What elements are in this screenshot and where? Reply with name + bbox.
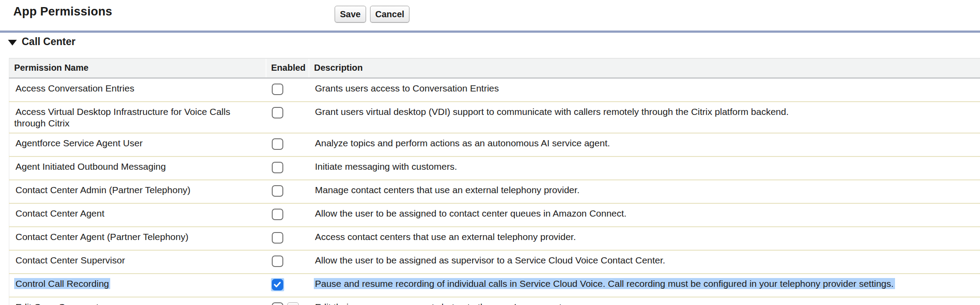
- enabled-cell: [266, 227, 309, 250]
- permission-description: Analyze topics and perform actions as an…: [314, 137, 612, 149]
- permission-name-cell: Access Conversation Entries: [9, 78, 266, 102]
- permission-name: Contact Center Agent (Partner Telephony): [14, 231, 190, 242]
- enabled-checkbox[interactable]: [272, 255, 283, 267]
- enabled-cell: [266, 133, 309, 156]
- permission-name-cell: Agent Initiated Outbound Messaging: [9, 156, 266, 180]
- permission-row: Contact Center Agent Allow the user to b…: [9, 203, 980, 227]
- section-divider-bar: [0, 30, 980, 33]
- checkbox-wrap: [271, 161, 284, 174]
- permissions-table-body: Access Conversation Entries Grants users…: [9, 78, 980, 305]
- enabled-cell: i: [266, 297, 309, 305]
- permission-description-cell: Manage contact centers that use an exter…: [309, 180, 980, 203]
- action-buttons: Save Cancel: [335, 6, 409, 23]
- permission-description: Grants users access to Conversation Entr…: [314, 83, 501, 94]
- permission-description: Grant users virtual desktop (VDI) suppor…: [314, 106, 790, 117]
- app-permissions-page: App Permissions Save Cancel Call Center …: [0, 0, 980, 305]
- cancel-button[interactable]: Cancel: [370, 6, 410, 23]
- permission-name: Agentforce Service Agent User: [14, 137, 144, 149]
- permission-name: Contact Center Admin (Partner Telephony): [14, 184, 192, 195]
- checkbox-wrap: [271, 106, 284, 119]
- permission-name: Access Virtual Desktop Infrastructure fo…: [14, 106, 230, 129]
- section-title: Call Center: [22, 36, 75, 48]
- enabled-checkbox[interactable]: [272, 232, 283, 244]
- permission-description-cell: Pause and resume recording of individual…: [309, 274, 980, 297]
- permission-name-cell: Agentforce Service Agent User: [9, 133, 266, 156]
- triangle-down-icon[interactable]: [8, 40, 17, 46]
- permission-description: Allow the user to be assigned to contact…: [314, 208, 628, 219]
- permission-name: Agent Initiated Outbound Messaging: [14, 161, 167, 172]
- permission-row: Access Virtual Desktop Infrastructure fo…: [9, 102, 980, 133]
- permission-description-cell: Analyze topics and perform actions as an…: [309, 133, 980, 156]
- permission-description: Allow the user to be assigned as supervi…: [314, 255, 667, 266]
- enabled-checkbox[interactable]: [272, 162, 283, 173]
- section-header-call-center[interactable]: Call Center: [8, 36, 75, 48]
- permission-description-cell: Allow the user to be assigned to contact…: [309, 203, 980, 227]
- info-icon-button[interactable]: i: [287, 302, 299, 305]
- column-header-permission-name: Permission Name: [9, 58, 266, 78]
- enabled-cell: [266, 78, 309, 102]
- permission-row: Edit Case Comments i Edit their own case…: [9, 297, 980, 305]
- permission-name-cell: Edit Case Comments: [9, 297, 266, 305]
- enabled-checkbox[interactable]: [272, 302, 283, 305]
- enabled-cell: [266, 180, 309, 203]
- checkbox-wrap: [271, 208, 284, 221]
- permission-description-cell: Grant users virtual desktop (VDI) suppor…: [309, 102, 980, 133]
- permission-name-cell: Contact Center Agent (Partner Telephony): [9, 227, 266, 250]
- permission-name: Control Call Recording: [14, 278, 110, 289]
- permission-description-cell: Allow the user to be assigned as supervi…: [309, 250, 980, 274]
- enabled-cell: [266, 274, 309, 297]
- permission-row: Contact Center Admin (Partner Telephony)…: [9, 180, 980, 203]
- permission-description-cell: Edit their own case comments but not oth…: [309, 297, 980, 305]
- page-title: App Permissions: [13, 5, 112, 19]
- permission-description-cell: Initiate messaging with customers.: [309, 156, 980, 180]
- permission-description: Manage contact centers that use an exter…: [314, 184, 581, 195]
- permission-name-cell: Contact Center Admin (Partner Telephony): [9, 180, 266, 203]
- checkbox-wrap: [271, 301, 284, 305]
- permission-name: Access Conversation Entries: [14, 83, 135, 94]
- permission-row: Contact Center Supervisor Allow the user…: [9, 250, 980, 274]
- permission-name-cell: Control Call Recording: [9, 274, 266, 297]
- column-header-enabled: Enabled: [266, 58, 309, 78]
- checkbox-wrap: [271, 231, 284, 244]
- permission-row: Control Call Recording Pause and resume …: [9, 274, 980, 297]
- permission-description: Access contact centers that use an exter…: [314, 231, 578, 242]
- permission-row: Access Conversation Entries Grants users…: [9, 78, 980, 102]
- info-icon: i: [292, 304, 294, 305]
- permission-name: Edit Case Comments: [14, 301, 104, 305]
- enabled-checkbox[interactable]: [272, 209, 283, 220]
- save-button[interactable]: Save: [335, 6, 366, 23]
- permission-description-cell: Grants users access to Conversation Entr…: [309, 78, 980, 102]
- enabled-checkbox[interactable]: [272, 279, 283, 290]
- checkbox-wrap: [271, 255, 284, 268]
- enabled-cell: [266, 156, 309, 180]
- permission-description: Edit their own case comments but not oth…: [314, 301, 571, 305]
- permission-name-cell: Contact Center Agent: [9, 203, 266, 227]
- checkbox-wrap: [271, 137, 284, 151]
- enabled-checkbox[interactable]: [272, 84, 283, 95]
- permission-name-cell: Access Virtual Desktop Infrastructure fo…: [9, 102, 266, 133]
- enabled-checkbox[interactable]: [272, 185, 283, 197]
- enabled-checkbox[interactable]: [272, 138, 283, 150]
- enabled-cell: [266, 203, 309, 227]
- permission-row: Agentforce Service Agent User Analyze to…: [9, 133, 980, 156]
- enabled-checkbox[interactable]: [272, 107, 283, 118]
- permission-row: Agent Initiated Outbound Messaging Initi…: [9, 156, 980, 180]
- permission-description-cell: Access contact centers that use an exter…: [309, 227, 980, 250]
- column-header-description: Description: [309, 58, 980, 78]
- permission-name-cell: Contact Center Supervisor: [9, 250, 266, 274]
- checkbox-wrap: [271, 278, 284, 291]
- permission-description: Initiate messaging with customers.: [314, 161, 459, 172]
- enabled-cell: [266, 102, 309, 133]
- permissions-table: Permission Name Enabled Description Acce…: [9, 58, 980, 305]
- permission-row: Contact Center Agent (Partner Telephony)…: [9, 227, 980, 250]
- permission-name: Contact Center Agent: [14, 208, 106, 219]
- table-header-row: Permission Name Enabled Description: [9, 58, 980, 78]
- permission-name: Contact Center Supervisor: [14, 255, 126, 266]
- permission-description: Pause and resume recording of individual…: [314, 278, 895, 289]
- checkbox-wrap: [271, 184, 284, 198]
- checkbox-wrap: [271, 83, 284, 96]
- enabled-cell: [266, 250, 309, 274]
